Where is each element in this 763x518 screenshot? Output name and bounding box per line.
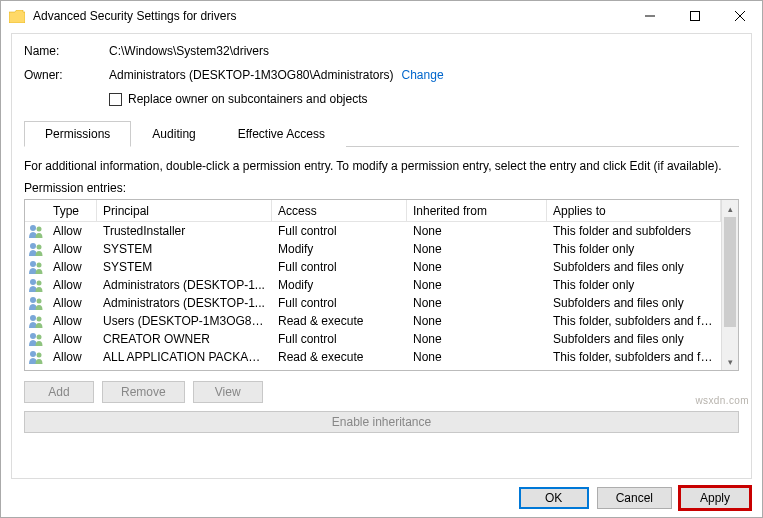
permission-grid: Type Principal Access Inherited from App… <box>24 199 739 371</box>
entries-label: Permission entries: <box>24 181 739 195</box>
svg-point-18 <box>30 351 36 357</box>
people-icon <box>25 259 47 275</box>
tab-auditing[interactable]: Auditing <box>131 121 216 147</box>
cancel-button[interactable]: Cancel <box>597 487 672 509</box>
svg-point-4 <box>30 225 36 231</box>
people-icon <box>25 331 47 347</box>
owner-label: Owner: <box>24 68 109 82</box>
table-row[interactable]: AllowAdministrators (DESKTOP-1...ModifyN… <box>25 276 721 294</box>
svg-point-16 <box>30 333 36 339</box>
svg-point-7 <box>37 245 42 250</box>
svg-point-8 <box>30 261 36 267</box>
col-principal[interactable]: Principal <box>97 200 272 221</box>
name-label: Name: <box>24 44 109 58</box>
svg-point-19 <box>37 353 42 358</box>
svg-point-17 <box>37 335 42 340</box>
people-icon <box>25 241 47 257</box>
title-bar: Advanced Security Settings for drivers <box>1 1 762 31</box>
svg-point-15 <box>37 317 42 322</box>
svg-point-9 <box>37 263 42 268</box>
svg-point-12 <box>30 297 36 303</box>
watermark: wsxdn.com <box>695 395 749 406</box>
svg-point-13 <box>37 299 42 304</box>
maximize-button[interactable] <box>672 1 717 31</box>
grid-header: Type Principal Access Inherited from App… <box>25 200 721 222</box>
minimize-button[interactable] <box>627 1 672 31</box>
svg-rect-1 <box>690 12 699 21</box>
svg-point-6 <box>30 243 36 249</box>
col-applies[interactable]: Applies to <box>547 200 721 221</box>
view-button[interactable]: View <box>193 381 263 403</box>
add-button[interactable]: Add <box>24 381 94 403</box>
table-row[interactable]: AllowSYSTEMFull controlNoneSubfolders an… <box>25 258 721 276</box>
name-value: C:\Windows\System32\drivers <box>109 44 269 58</box>
vertical-scrollbar[interactable]: ▴ ▾ <box>721 200 738 370</box>
people-icon <box>25 349 47 365</box>
svg-point-11 <box>37 281 42 286</box>
remove-button[interactable]: Remove <box>102 381 185 403</box>
table-row[interactable]: AllowALL APPLICATION PACKAGESRead & exec… <box>25 348 721 366</box>
close-button[interactable] <box>717 1 762 31</box>
owner-value: Administrators (DESKTOP-1M3OG80\Administ… <box>109 68 394 82</box>
scroll-down-arrow[interactable]: ▾ <box>722 353 738 370</box>
table-row[interactable]: AllowCREATOR OWNERFull controlNoneSubfol… <box>25 330 721 348</box>
table-row[interactable]: AllowSYSTEMModifyNoneThis folder only <box>25 240 721 258</box>
people-icon <box>25 313 47 329</box>
people-icon <box>25 277 47 293</box>
people-icon <box>25 223 47 239</box>
scroll-thumb[interactable] <box>724 217 736 327</box>
info-text: For additional information, double-click… <box>24 159 739 173</box>
svg-point-10 <box>30 279 36 285</box>
svg-point-5 <box>37 227 42 232</box>
ok-button[interactable]: OK <box>519 487 589 509</box>
svg-point-14 <box>30 315 36 321</box>
scroll-up-arrow[interactable]: ▴ <box>722 200 738 217</box>
replace-owner-label: Replace owner on subcontainers and objec… <box>128 92 367 106</box>
table-row[interactable]: AllowTrustedInstallerFull controlNoneThi… <box>25 222 721 240</box>
tab-permissions[interactable]: Permissions <box>24 121 131 147</box>
col-type[interactable]: Type <box>47 200 97 221</box>
tab-effective-access[interactable]: Effective Access <box>217 121 346 147</box>
window-title: Advanced Security Settings for drivers <box>33 9 627 23</box>
table-row[interactable]: AllowUsers (DESKTOP-1M3OG80\U...Read & e… <box>25 312 721 330</box>
change-owner-link[interactable]: Change <box>402 68 444 82</box>
people-icon <box>25 295 47 311</box>
apply-button[interactable]: Apply <box>680 487 750 509</box>
folder-icon <box>9 10 25 23</box>
table-row[interactable]: AllowAdministrators (DESKTOP-1...Full co… <box>25 294 721 312</box>
col-inherited[interactable]: Inherited from <box>407 200 547 221</box>
replace-owner-checkbox[interactable] <box>109 93 122 106</box>
enable-inheritance-button[interactable]: Enable inheritance <box>24 411 739 433</box>
col-access[interactable]: Access <box>272 200 407 221</box>
tab-strip: Permissions Auditing Effective Access <box>24 120 739 147</box>
